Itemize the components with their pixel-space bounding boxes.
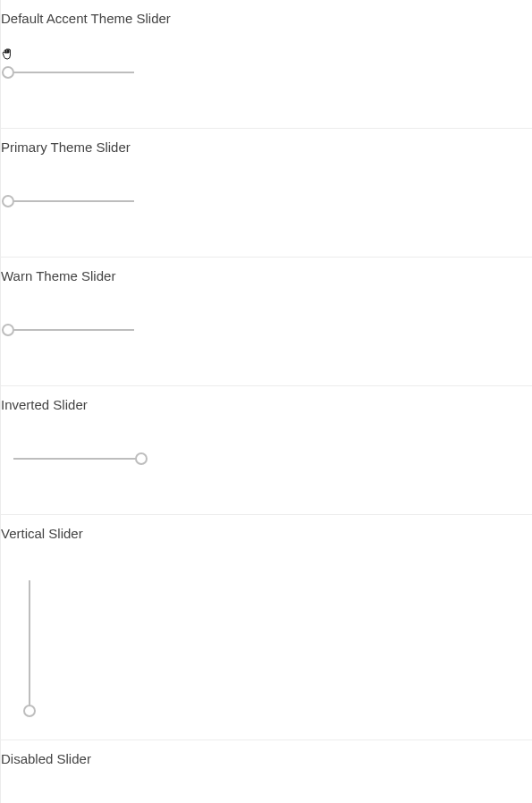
warn-theme-slider[interactable] [4, 323, 134, 337]
accent-theme-title: Default Accent Theme Slider [1, 0, 532, 26]
vertical-slider[interactable] [22, 580, 37, 713]
slider-thumb[interactable] [23, 705, 36, 717]
inverted-slider[interactable] [13, 452, 143, 466]
accent-theme-section: Default Accent Theme Slider [0, 0, 532, 129]
warn-theme-title: Warn Theme Slider [1, 258, 532, 283]
inverted-title: Inverted Slider [1, 386, 532, 412]
disabled-title: Disabled Slider [1, 740, 532, 766]
primary-theme-slider[interactable] [4, 194, 134, 208]
slider-track [4, 329, 134, 331]
slider-thumb[interactable] [2, 324, 14, 336]
slider-track [13, 458, 143, 460]
warn-theme-section: Warn Theme Slider [0, 258, 532, 386]
slider-track [4, 72, 134, 73]
slider-track [4, 200, 134, 202]
slider-thumb[interactable] [2, 195, 14, 207]
slider-thumb[interactable] [2, 66, 14, 79]
inverted-section: Inverted Slider [0, 386, 532, 515]
vertical-title: Vertical Slider [1, 515, 532, 541]
primary-theme-section: Primary Theme Slider [0, 129, 532, 258]
slider-track [29, 580, 30, 713]
accent-theme-slider[interactable] [4, 65, 134, 80]
primary-theme-title: Primary Theme Slider [1, 129, 532, 155]
disabled-section: Disabled Slider [0, 740, 532, 803]
slider-thumb[interactable] [135, 452, 148, 465]
vertical-section: Vertical Slider [0, 515, 532, 740]
